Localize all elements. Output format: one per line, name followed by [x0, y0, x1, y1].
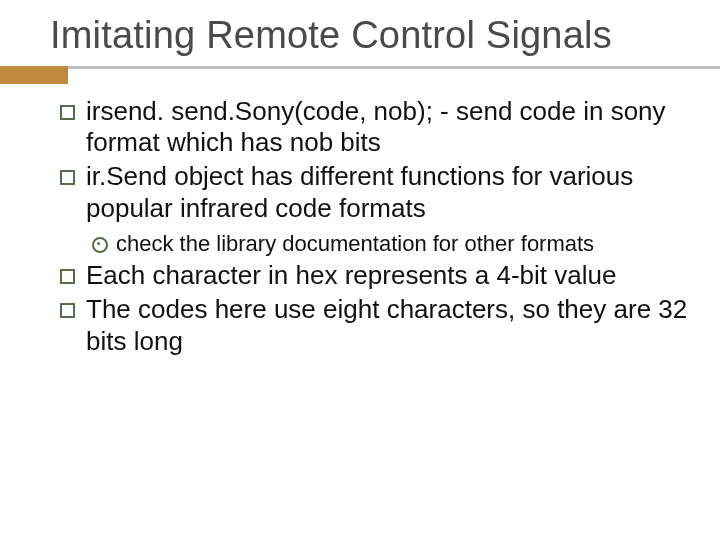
bullet-item: Each character in hex represents a 4-bit…: [56, 260, 692, 292]
bullet-item: The codes here use eight characters, so …: [56, 294, 692, 357]
bullet-item: irsend. send.Sony(code, nob); - send cod…: [56, 96, 692, 159]
slide: Imitating Remote Control Signals irsend.…: [0, 0, 720, 540]
bullet-item: ir.Send object has different functions f…: [56, 161, 692, 258]
accent-bar: [0, 66, 68, 84]
sub-bullet-item: check the library documentation for othe…: [86, 229, 692, 259]
slide-title: Imitating Remote Control Signals: [50, 14, 692, 58]
sub-bullet-list: check the library documentation for othe…: [86, 229, 692, 259]
title-underline: [0, 66, 720, 70]
bullet-text: ir.Send object has different functions f…: [86, 161, 633, 223]
slide-content: irsend. send.Sony(code, nob); - send cod…: [56, 96, 692, 358]
bullet-list: irsend. send.Sony(code, nob); - send cod…: [56, 96, 692, 358]
